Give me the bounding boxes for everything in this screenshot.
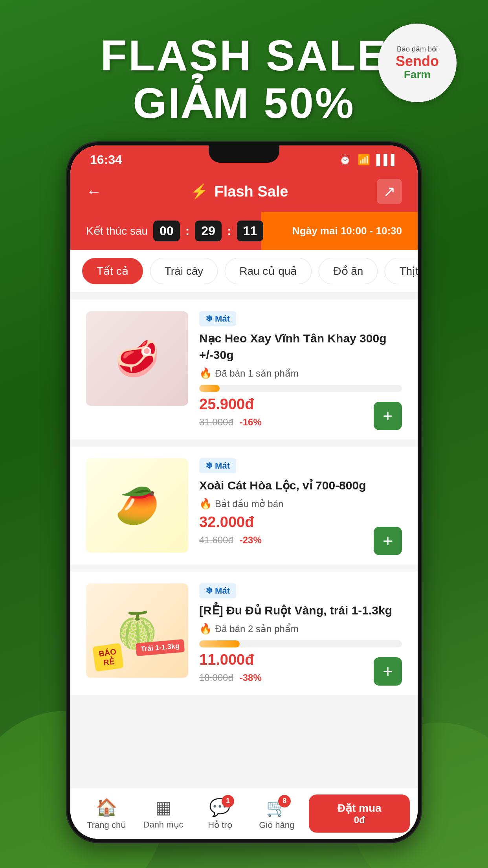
price-original-3: 18.000đ bbox=[199, 672, 233, 683]
wifi-icon: 📶 bbox=[358, 154, 370, 166]
order-btn-label: Đặt mua bbox=[317, 802, 402, 815]
phone-wrapper: 16:34 ⏰ 📶 ▌▌▌ ← ⚡ Flash Sale ↗ Kết bbox=[67, 142, 421, 842]
signal-icon: ▌▌▌ bbox=[376, 154, 398, 166]
promo-header: FLASH SALE GIẢM 50% bbox=[101, 31, 388, 127]
category-icon: ▦ bbox=[155, 797, 172, 817]
price-original-2: 41.600đ bbox=[199, 535, 233, 546]
product-info-1: ❄ Mát Nạc Heo Xay Vĩnh Tân Khay 300g +/-… bbox=[199, 311, 402, 428]
share-button[interactable]: ↗ bbox=[377, 179, 402, 204]
cart-badge: 8 bbox=[278, 795, 291, 807]
colon-1: : bbox=[185, 224, 190, 238]
sendo-logo-badge: Bảo đảm bởi Sendo Farm bbox=[378, 24, 457, 102]
top-nav: ← ⚡ Flash Sale ↗ bbox=[70, 171, 418, 212]
colon-2: : bbox=[227, 224, 231, 238]
nav-category[interactable]: ▦ Danh mục bbox=[135, 797, 191, 830]
discount-badge-2: -23% bbox=[240, 535, 262, 546]
product-info-3: ❄ Mát [RẺ] Đu Đủ Ruột Vàng, trái 1-1.3kg… bbox=[199, 583, 402, 683]
timer-minutes: 29 bbox=[195, 221, 222, 241]
nav-home-label: Trang chủ bbox=[87, 820, 126, 830]
nav-title-group: ⚡ Flash Sale bbox=[191, 183, 288, 200]
status-icons: ⏰ 📶 ▌▌▌ bbox=[339, 154, 398, 166]
sold-bar-1 bbox=[199, 385, 402, 392]
fire-icon-2: 🔥 bbox=[199, 498, 212, 510]
sold-info-1: 🔥 Đã bán 1 sản phẩm bbox=[199, 367, 402, 379]
order-btn-price: 0đ bbox=[317, 815, 402, 826]
product-name-2: Xoài Cát Hòa Lộc, vỉ 700-800g bbox=[199, 477, 402, 494]
bottom-nav: 🏠 Trang chủ ▦ Danh mục 💬 Hỗ trợ 1 🛒 Giỏ … bbox=[70, 788, 418, 839]
order-button[interactable]: Đặt mua 0đ bbox=[309, 794, 410, 833]
sendo-sub: Farm bbox=[404, 68, 431, 81]
nav-cart-label: Giỏ hàng bbox=[259, 820, 294, 830]
sold-text-3: Đã bán 2 sản phẩm bbox=[215, 623, 299, 634]
add-button-2[interactable]: + bbox=[374, 527, 402, 555]
nav-title-text: Flash Sale bbox=[215, 183, 288, 200]
category-vegetable[interactable]: Rau củ quả bbox=[225, 258, 312, 284]
add-button-1[interactable]: + bbox=[374, 402, 402, 430]
sendo-support-text: Bảo đảm bởi bbox=[397, 45, 438, 53]
product-badge-1: ❄ Mát bbox=[199, 311, 236, 326]
headline-line1: FLASH SALE bbox=[101, 31, 388, 79]
fire-icon-1: 🔥 bbox=[199, 367, 212, 379]
next-session[interactable]: Ngày mai 10:00 - 10:30 bbox=[292, 225, 402, 237]
mango-image: 🥭 bbox=[115, 485, 159, 526]
phone-notch bbox=[209, 145, 279, 163]
status-time: 16:34 bbox=[90, 153, 122, 167]
sold-text-2: Bắt đầu mở bán bbox=[215, 498, 283, 509]
discount-badge-3: -38% bbox=[240, 672, 262, 683]
plus-icon-1: + bbox=[383, 407, 393, 425]
product-image-2[interactable]: 🥭 bbox=[86, 458, 188, 553]
category-all[interactable]: Tất cả bbox=[82, 258, 143, 284]
timer-seconds: 11 bbox=[237, 221, 264, 241]
bao-re-tag: BÁORẺ bbox=[92, 643, 124, 671]
product-badge-3: ❄ Mát bbox=[199, 583, 236, 598]
support-badge: 1 bbox=[222, 795, 234, 807]
product-name-3: [RẺ] Đu Đủ Ruột Vàng, trái 1-1.3kg bbox=[199, 602, 402, 619]
product-card-1: 🥩 ❄ Mát Nạc Heo Xay Vĩnh Tân Khay 300g +… bbox=[70, 300, 418, 440]
category-meat[interactable]: Thịt bbox=[385, 258, 418, 284]
plus-icon-3: + bbox=[383, 663, 393, 680]
timer-section: Kết thúc sau 00 : 29 : 11 bbox=[86, 221, 263, 241]
nav-support[interactable]: 💬 Hỗ trợ 1 bbox=[192, 797, 248, 830]
price-current-1: 25.900đ bbox=[199, 396, 402, 413]
home-icon: 🏠 bbox=[96, 797, 117, 818]
price-current-2: 32.000đ bbox=[199, 514, 402, 531]
price-row-2: 41.600đ -23% bbox=[199, 535, 402, 546]
timer-label: Kết thúc sau bbox=[86, 224, 148, 237]
plus-icon-2: + bbox=[383, 532, 393, 550]
back-button[interactable]: ← bbox=[86, 183, 102, 200]
phone-screen: 16:34 ⏰ 📶 ▌▌▌ ← ⚡ Flash Sale ↗ Kết bbox=[70, 145, 418, 839]
sold-info-2: 🔥 Bắt đầu mở bán bbox=[199, 498, 402, 510]
sold-info-3: 🔥 Đã bán 2 sản phẩm bbox=[199, 623, 402, 635]
sold-bar-3 bbox=[199, 640, 402, 647]
timer-bar: Kết thúc sau 00 : 29 : 11 Ngày mai 10:00… bbox=[70, 212, 418, 250]
product-info-2: ❄ Mát Xoài Cát Hòa Lộc, vỉ 700-800g 🔥 Bắ… bbox=[199, 458, 402, 546]
price-original-1: 31.000đ bbox=[199, 417, 233, 428]
price-current-3: 11.000đ bbox=[199, 651, 402, 668]
category-food[interactable]: Đồ ăn bbox=[319, 258, 378, 284]
category-fruit[interactable]: Trái cây bbox=[150, 258, 218, 284]
product-name-1: Nạc Heo Xay Vĩnh Tân Khay 300g +/-30g bbox=[199, 330, 402, 363]
price-row-3: 18.000đ -38% bbox=[199, 672, 402, 683]
nav-cart[interactable]: 🛒 Giỏ hàng 8 bbox=[248, 797, 305, 830]
timer-hours: 00 bbox=[153, 221, 180, 241]
sendo-brand: Sendo bbox=[396, 54, 439, 68]
nav-home[interactable]: 🏠 Trang chủ bbox=[78, 797, 135, 830]
fire-icon-3: 🔥 bbox=[199, 623, 212, 635]
add-button-3[interactable]: + bbox=[374, 657, 402, 686]
categories-bar: Tất cả Trái cây Rau củ quả Đồ ăn Thịt bbox=[70, 250, 418, 292]
product-badge-2: ❄ Mát bbox=[199, 458, 236, 473]
nav-category-label: Danh mục bbox=[143, 820, 183, 830]
lightning-icon: ⚡ bbox=[191, 183, 208, 200]
headline-line2: GIẢM 50% bbox=[101, 79, 388, 127]
product-image-1[interactable]: 🥩 bbox=[86, 311, 188, 406]
alarm-icon: ⏰ bbox=[339, 154, 351, 166]
discount-badge-1: -16% bbox=[240, 417, 262, 428]
nav-support-label: Hỗ trợ bbox=[208, 820, 232, 830]
product-card-2: 🥭 ❄ Mát Xoài Cát Hòa Lộc, vỉ 700-800g 🔥 … bbox=[70, 447, 418, 565]
price-row-1: 31.000đ -16% bbox=[199, 417, 402, 428]
sold-text-1: Đã bán 1 sản phẩm bbox=[215, 368, 299, 379]
phone-frame: 16:34 ⏰ 📶 ▌▌▌ ← ⚡ Flash Sale ↗ Kết bbox=[67, 142, 421, 842]
product-image-3[interactable]: 🍈 BÁORẺ Trái 1-1.3kg bbox=[86, 583, 188, 678]
products-list: 🥩 ❄ Mát Nạc Heo Xay Vĩnh Tân Khay 300g +… bbox=[70, 292, 418, 788]
product-card-3: 🍈 BÁORẺ Trái 1-1.3kg ❄ Mát [RẺ] Đu Đủ Ru… bbox=[70, 572, 418, 695]
